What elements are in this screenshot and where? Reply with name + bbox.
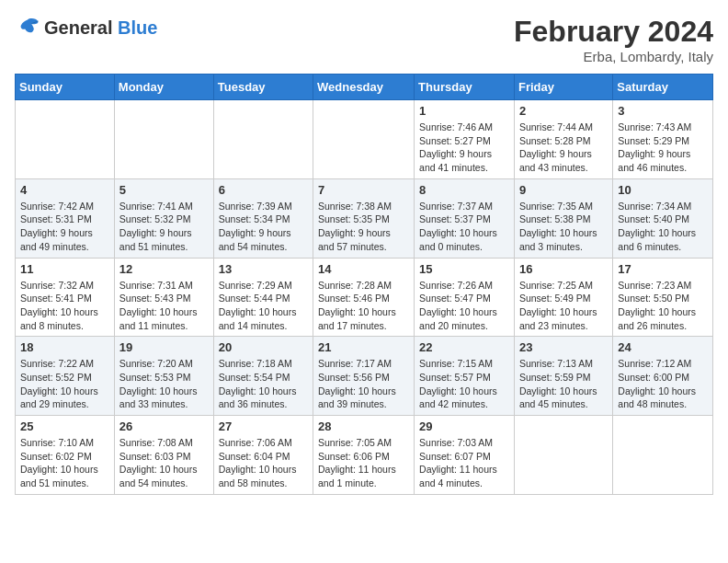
day-info: Sunrise: 7:46 AMSunset: 5:27 PMDaylight:… — [419, 121, 509, 175]
day-number: 28 — [318, 419, 409, 433]
day-number: 4 — [20, 183, 109, 197]
calendar-cell: 25Sunrise: 7:10 AMSunset: 6:02 PMDayligh… — [16, 416, 115, 495]
calendar-cell: 7Sunrise: 7:38 AMSunset: 5:35 PMDaylight… — [313, 178, 415, 258]
day-number: 17 — [618, 262, 708, 276]
calendar-cell: 2Sunrise: 7:44 AMSunset: 5:28 PMDaylight… — [514, 100, 612, 179]
calendar-cell: 27Sunrise: 7:06 AMSunset: 6:04 PMDayligh… — [213, 416, 313, 495]
weekday-header-tuesday: Tuesday — [213, 75, 313, 100]
calendar-cell: 15Sunrise: 7:26 AMSunset: 5:47 PMDayligh… — [415, 258, 515, 337]
calendar-cell: 3Sunrise: 7:43 AMSunset: 5:29 PMDaylight… — [613, 100, 713, 179]
day-number: 11 — [20, 262, 109, 276]
calendar-cell: 14Sunrise: 7:28 AMSunset: 5:46 PMDayligh… — [313, 258, 415, 337]
day-info: Sunrise: 7:03 AMSunset: 6:07 PMDaylight:… — [419, 436, 509, 490]
day-info: Sunrise: 7:42 AMSunset: 5:31 PMDaylight:… — [20, 200, 109, 254]
day-info: Sunrise: 7:12 AMSunset: 6:00 PMDaylight:… — [618, 357, 708, 411]
calendar-cell: 16Sunrise: 7:25 AMSunset: 5:49 PMDayligh… — [514, 258, 612, 337]
calendar-cell: 23Sunrise: 7:13 AMSunset: 5:59 PMDayligh… — [514, 337, 612, 416]
calendar-cell: 8Sunrise: 7:37 AMSunset: 5:37 PMDaylight… — [415, 178, 515, 258]
day-number: 15 — [419, 262, 509, 276]
calendar-cell: 4Sunrise: 7:42 AMSunset: 5:31 PMDaylight… — [16, 178, 115, 258]
day-number: 20 — [219, 340, 308, 354]
day-number: 21 — [318, 340, 409, 354]
day-info: Sunrise: 7:37 AMSunset: 5:37 PMDaylight:… — [419, 200, 509, 254]
day-info: Sunrise: 7:44 AMSunset: 5:28 PMDaylight:… — [519, 121, 608, 175]
day-number: 1 — [419, 104, 509, 118]
title-area: February 2024 Erba, Lombardy, Italy — [514, 15, 713, 64]
calendar-cell: 9Sunrise: 7:35 AMSunset: 5:38 PMDaylight… — [514, 178, 612, 258]
day-info: Sunrise: 7:43 AMSunset: 5:29 PMDaylight:… — [618, 121, 708, 175]
calendar-cell — [514, 416, 612, 495]
day-number: 9 — [519, 183, 608, 197]
day-number: 3 — [618, 104, 708, 118]
day-number: 25 — [20, 419, 109, 433]
calendar-week-4: 18Sunrise: 7:22 AMSunset: 5:52 PMDayligh… — [16, 337, 713, 416]
day-number: 5 — [119, 183, 209, 197]
day-number: 2 — [519, 104, 608, 118]
calendar-cell: 26Sunrise: 7:08 AMSunset: 6:03 PMDayligh… — [114, 416, 213, 495]
calendar-cell — [213, 100, 313, 179]
day-info: Sunrise: 7:31 AMSunset: 5:43 PMDaylight:… — [119, 279, 209, 333]
weekday-header-saturday: Saturday — [613, 75, 713, 100]
calendar-cell: 19Sunrise: 7:20 AMSunset: 5:53 PMDayligh… — [114, 337, 213, 416]
logo-text: General Blue — [44, 17, 157, 38]
header: General Blue February 2024 Erba, Lombard… — [15, 15, 713, 64]
day-number: 23 — [519, 340, 608, 354]
day-info: Sunrise: 7:13 AMSunset: 5:59 PMDaylight:… — [519, 357, 608, 411]
day-info: Sunrise: 7:05 AMSunset: 6:06 PMDaylight:… — [318, 436, 409, 490]
calendar-week-2: 4Sunrise: 7:42 AMSunset: 5:31 PMDaylight… — [16, 178, 713, 258]
day-info: Sunrise: 7:22 AMSunset: 5:52 PMDaylight:… — [20, 357, 109, 411]
day-info: Sunrise: 7:06 AMSunset: 6:04 PMDaylight:… — [219, 436, 308, 490]
day-number: 19 — [119, 340, 209, 354]
calendar-week-3: 11Sunrise: 7:32 AMSunset: 5:41 PMDayligh… — [16, 258, 713, 337]
day-number: 8 — [419, 183, 509, 197]
calendar-table: SundayMondayTuesdayWednesdayThursdayFrid… — [15, 74, 713, 495]
weekday-header-thursday: Thursday — [415, 75, 515, 100]
day-info: Sunrise: 7:17 AMSunset: 5:56 PMDaylight:… — [318, 357, 409, 411]
day-number: 18 — [20, 340, 109, 354]
calendar-cell — [114, 100, 213, 179]
day-info: Sunrise: 7:35 AMSunset: 5:38 PMDaylight:… — [519, 200, 608, 254]
calendar-cell: 28Sunrise: 7:05 AMSunset: 6:06 PMDayligh… — [313, 416, 415, 495]
day-number: 14 — [318, 262, 409, 276]
day-info: Sunrise: 7:38 AMSunset: 5:35 PMDaylight:… — [318, 200, 409, 254]
calendar-week-5: 25Sunrise: 7:10 AMSunset: 6:02 PMDayligh… — [16, 416, 713, 495]
day-info: Sunrise: 7:10 AMSunset: 6:02 PMDaylight:… — [20, 436, 109, 490]
weekday-header-row: SundayMondayTuesdayWednesdayThursdayFrid… — [16, 75, 713, 100]
calendar-cell: 22Sunrise: 7:15 AMSunset: 5:57 PMDayligh… — [415, 337, 515, 416]
day-number: 22 — [419, 340, 509, 354]
day-info: Sunrise: 7:26 AMSunset: 5:47 PMDaylight:… — [419, 279, 509, 333]
calendar-cell: 13Sunrise: 7:29 AMSunset: 5:44 PMDayligh… — [213, 258, 313, 337]
day-info: Sunrise: 7:25 AMSunset: 5:49 PMDaylight:… — [519, 279, 608, 333]
day-number: 16 — [519, 262, 608, 276]
day-info: Sunrise: 7:28 AMSunset: 5:46 PMDaylight:… — [318, 279, 409, 333]
weekday-header-wednesday: Wednesday — [313, 75, 415, 100]
calendar-cell: 1Sunrise: 7:46 AMSunset: 5:27 PMDaylight… — [415, 100, 515, 179]
calendar-cell: 29Sunrise: 7:03 AMSunset: 6:07 PMDayligh… — [415, 416, 515, 495]
day-info: Sunrise: 7:32 AMSunset: 5:41 PMDaylight:… — [20, 279, 109, 333]
day-number: 7 — [318, 183, 409, 197]
weekday-header-friday: Friday — [514, 75, 612, 100]
day-number: 12 — [119, 262, 209, 276]
calendar-cell: 5Sunrise: 7:41 AMSunset: 5:32 PMDaylight… — [114, 178, 213, 258]
calendar-week-1: 1Sunrise: 7:46 AMSunset: 5:27 PMDaylight… — [16, 100, 713, 179]
day-number: 24 — [618, 340, 708, 354]
calendar-cell: 20Sunrise: 7:18 AMSunset: 5:54 PMDayligh… — [213, 337, 313, 416]
calendar-cell: 24Sunrise: 7:12 AMSunset: 6:00 PMDayligh… — [613, 337, 713, 416]
calendar-cell: 21Sunrise: 7:17 AMSunset: 5:56 PMDayligh… — [313, 337, 415, 416]
calendar-cell — [613, 416, 713, 495]
day-number: 27 — [219, 419, 308, 433]
day-info: Sunrise: 7:29 AMSunset: 5:44 PMDaylight:… — [219, 279, 308, 333]
day-number: 13 — [219, 262, 308, 276]
day-info: Sunrise: 7:23 AMSunset: 5:50 PMDaylight:… — [618, 279, 708, 333]
calendar-cell: 11Sunrise: 7:32 AMSunset: 5:41 PMDayligh… — [16, 258, 115, 337]
day-info: Sunrise: 7:20 AMSunset: 5:53 PMDaylight:… — [119, 357, 209, 411]
calendar-cell: 12Sunrise: 7:31 AMSunset: 5:43 PMDayligh… — [114, 258, 213, 337]
calendar-cell: 10Sunrise: 7:34 AMSunset: 5:40 PMDayligh… — [613, 178, 713, 258]
day-info: Sunrise: 7:41 AMSunset: 5:32 PMDaylight:… — [119, 200, 209, 254]
weekday-header-sunday: Sunday — [16, 75, 115, 100]
calendar-cell — [313, 100, 415, 179]
calendar-cell — [16, 100, 115, 179]
page-subtitle: Erba, Lombardy, Italy — [514, 49, 713, 64]
weekday-header-monday: Monday — [114, 75, 213, 100]
day-number: 29 — [419, 419, 509, 433]
